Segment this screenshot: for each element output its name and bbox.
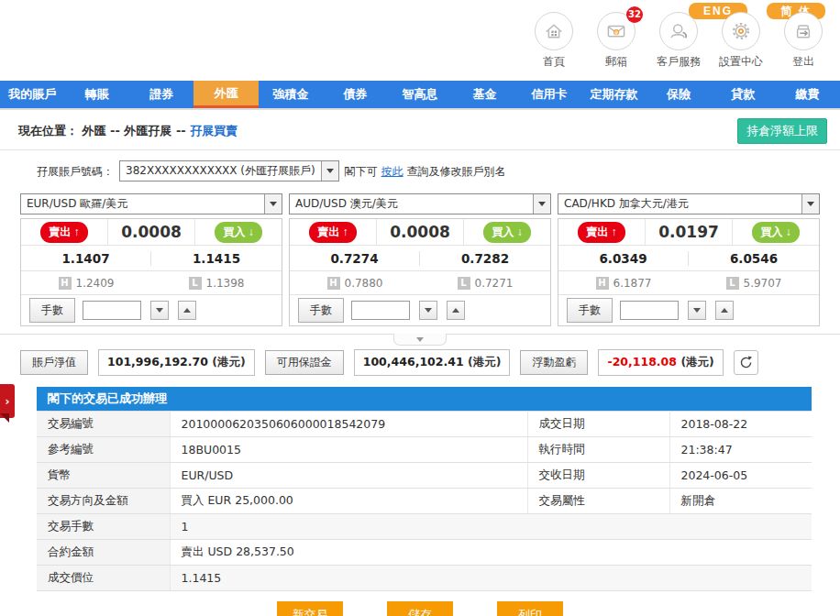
buy-button[interactable]: 買入 ↓ bbox=[752, 222, 799, 243]
logout-icon bbox=[784, 12, 823, 50]
lots-increment-button[interactable] bbox=[178, 301, 196, 320]
account-select[interactable]: 382XXXXXXXXXXXX (外匯孖展賬戶) bbox=[119, 160, 339, 182]
pair-select-value: CAD/HKD 加拿大元/港元 bbox=[558, 194, 801, 214]
main-nav: 我的賬戶轉賬證券外匯強積金債券智高息基金信用卡定期存款保險貸款繳費 bbox=[0, 81, 840, 110]
buy-button[interactable]: 買入 ↓ bbox=[215, 222, 261, 243]
row-value: 賣出 USD 28,537.50 bbox=[170, 540, 812, 566]
save-button[interactable]: 儲存 bbox=[387, 601, 453, 616]
account-number-label: 孖展賬戶號碼： bbox=[37, 160, 114, 180]
lots-decrement-button[interactable] bbox=[419, 301, 437, 320]
spread-value: 0.0008 bbox=[376, 219, 465, 245]
pair-select[interactable]: CAD/HKD 加拿大元/港元 bbox=[558, 193, 820, 214]
settings-icon bbox=[722, 12, 760, 50]
nav-item[interactable]: 定期存款 bbox=[581, 81, 646, 108]
table-row: 合約金額賣出 USD 28,537.50 bbox=[37, 540, 812, 566]
row-value: EUR/USD bbox=[170, 463, 527, 489]
panel-divider bbox=[0, 334, 840, 346]
table-row: 成交價位1.1415 bbox=[37, 566, 812, 591]
row-label: 貨幣 bbox=[37, 463, 170, 489]
nav-item[interactable]: 保險 bbox=[647, 81, 711, 108]
lots-button[interactable]: 手數 bbox=[29, 298, 75, 323]
lots-input[interactable] bbox=[83, 301, 141, 320]
quote-box: 賣出 ↑0.0197買入 ↓6.03496.0546H6.1877L5.9707… bbox=[558, 218, 820, 326]
lots-input[interactable] bbox=[351, 301, 410, 320]
row-label: 參考編號 bbox=[37, 437, 170, 463]
nav-item[interactable]: 基金 bbox=[452, 81, 516, 108]
available-margin-amount: 100,446,102.41 bbox=[363, 355, 464, 368]
lots-decrement-button[interactable] bbox=[688, 301, 706, 320]
high-badge: H bbox=[59, 277, 72, 290]
collapse-panel-tab[interactable] bbox=[393, 334, 447, 346]
quote-box: 賣出 ↑0.0008買入 ↓0.72740.7282H0.7880L0.7271… bbox=[289, 218, 551, 326]
lots-decrement-button[interactable] bbox=[150, 301, 169, 320]
row-label: 交易手數 bbox=[37, 514, 170, 540]
success-message: 閣下的交易已成功辦理 bbox=[37, 387, 812, 411]
pair-select[interactable]: AUD/USD 澳元/美元 bbox=[289, 193, 551, 214]
mail-button[interactable]: @32郵箱 bbox=[592, 12, 640, 70]
home-button[interactable]: 首頁 bbox=[530, 12, 578, 70]
sell-button[interactable]: 賣出 ↑ bbox=[578, 222, 624, 243]
row-value: 買入 EUR 25,000.00 bbox=[170, 489, 527, 514]
lots-input[interactable] bbox=[620, 301, 679, 320]
row-value-2: 2024-06-05 bbox=[669, 463, 812, 489]
sell-button[interactable]: 賣出 ↑ bbox=[309, 222, 356, 243]
row-value: 1 bbox=[170, 514, 812, 540]
nav-item[interactable]: 繳費 bbox=[776, 81, 840, 108]
row-label-2: 交易屬性 bbox=[527, 489, 669, 514]
header-icon-label: 設置中心 bbox=[717, 54, 765, 70]
pair-select[interactable]: EUR/USD 歐羅/美元 bbox=[20, 193, 282, 214]
ask-price: 1.1415 bbox=[151, 251, 282, 266]
floating-pnl-value: -20,118.08 (港元) bbox=[598, 349, 723, 376]
nav-item[interactable]: 證券 bbox=[129, 81, 193, 108]
row-value: 18BU0015 bbox=[170, 437, 527, 463]
account-summary: 賬戶淨值 101,996,192.70 (港元) 可用保證金 100,446,1… bbox=[20, 348, 840, 376]
net-value-label: 賬戶淨值 bbox=[20, 350, 88, 375]
print-button[interactable]: 列印 bbox=[497, 601, 563, 616]
nav-item[interactable]: 信用卡 bbox=[517, 81, 581, 108]
quote-panel: AUD/USD 澳元/美元賣出 ↑0.0008買入 ↓0.72740.7282H… bbox=[289, 193, 551, 326]
row-label: 成交價位 bbox=[37, 566, 170, 591]
lots-increment-button[interactable] bbox=[715, 301, 734, 320]
nav-item[interactable]: 貸款 bbox=[711, 81, 775, 108]
nav-item[interactable]: 智高息 bbox=[388, 81, 452, 108]
table-row: 交易方向及金額買入 EUR 25,000.00交易屬性新開倉 bbox=[37, 489, 812, 514]
bid-price: 0.7274 bbox=[290, 251, 420, 266]
refresh-button[interactable] bbox=[734, 350, 758, 375]
lots-button[interactable]: 手數 bbox=[567, 298, 613, 323]
chevron-down-icon bbox=[264, 194, 282, 214]
sell-button[interactable]: 賣出 ↑ bbox=[40, 222, 87, 243]
account-hint-pre: 閣下可 bbox=[345, 165, 378, 178]
row-value: 2010000620350606000018542079 bbox=[170, 412, 527, 437]
row-label-2: 執行時間 bbox=[527, 437, 669, 463]
nav-item[interactable]: 債券 bbox=[323, 81, 387, 108]
pair-select-value: EUR/USD 歐羅/美元 bbox=[21, 194, 264, 214]
net-value-amount: 101,996,192.70 bbox=[107, 355, 208, 368]
service-button[interactable]: 客戶服務 bbox=[655, 12, 702, 70]
header-icon-bar: 首頁@32郵箱客戶服務設置中心登出 bbox=[530, 12, 827, 70]
side-ribbon-toggle[interactable]: › bbox=[0, 384, 15, 418]
table-row: 貨幣EUR/USD交收日期2024-06-05 bbox=[37, 463, 812, 489]
breadcrumb-path: 外匯 -- 外匯孖展 -- bbox=[83, 124, 186, 138]
quote-panels: EUR/USD 歐羅/美元賣出 ↑0.0008買入 ↓1.14071.1415H… bbox=[20, 193, 820, 326]
buy-button[interactable]: 買入 ↓ bbox=[483, 222, 530, 243]
chevron-right-icon: › bbox=[6, 395, 10, 408]
header-icon-label: 首頁 bbox=[530, 54, 578, 70]
logout-button[interactable]: 登出 bbox=[779, 12, 827, 70]
mail-icon: @32 bbox=[597, 12, 636, 50]
lots-increment-button[interactable] bbox=[447, 301, 465, 320]
lots-button[interactable]: 手數 bbox=[298, 298, 344, 323]
nav-item[interactable]: 強積金 bbox=[259, 81, 323, 108]
header-icon-label: 登出 bbox=[779, 54, 827, 70]
position-limit-button[interactable]: 持倉淨額上限 bbox=[737, 118, 827, 144]
net-value: 101,996,192.70 (港元) bbox=[98, 349, 255, 376]
nav-item-active[interactable]: 外匯 bbox=[193, 81, 258, 108]
new-trade-button[interactable]: 新交易 bbox=[277, 601, 343, 616]
nav-item[interactable]: 我的賬戶 bbox=[0, 81, 64, 108]
net-value-currency: (港元) bbox=[212, 355, 245, 368]
home-icon bbox=[535, 12, 573, 50]
account-select-value: 382XXXXXXXXXXXX (外匯孖展賬戶) bbox=[120, 161, 321, 181]
settings-button[interactable]: 設置中心 bbox=[717, 12, 765, 70]
bid-price: 1.1407 bbox=[21, 251, 151, 266]
alias-edit-link[interactable]: 按此 bbox=[381, 165, 403, 178]
nav-item[interactable]: 轉賬 bbox=[64, 81, 128, 108]
